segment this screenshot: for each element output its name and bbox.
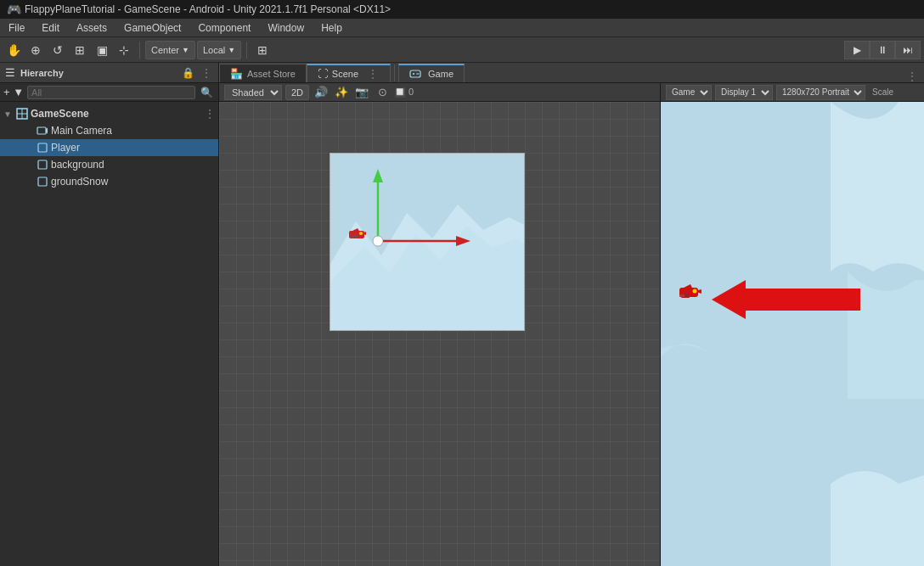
move-tool-button[interactable]: ⊕ — [25, 40, 46, 60]
hierarchy-icon: ☰ — [5, 66, 15, 79]
gamescene-menu[interactable]: ⋮ — [205, 108, 218, 120]
hierarchy-search-button[interactable]: 🔍 — [199, 87, 215, 98]
gamescene-label: GameScene — [31, 108, 89, 120]
rect-tool-button[interactable]: ▣ — [92, 40, 112, 60]
svg-marker-23 — [373, 169, 383, 182]
player-go-icon — [37, 142, 48, 154]
scene-game-split: Shaded 2D 🔊 ✨ 📷 ⊙ 🔲 0 — [219, 83, 924, 566]
unity-icon: 🎮 — [7, 3, 21, 16]
scene-gizmos-button[interactable]: ⊙ — [374, 84, 391, 101]
hierarchy-item-background[interactable]: background — [0, 156, 218, 173]
game-tab-label: Game — [428, 69, 454, 79]
groundsnow-label: groundSnow — [51, 176, 108, 188]
maincamera-label: Main Camera — [51, 125, 112, 137]
main-toolbar: ✋ ⊕ ↺ ⊞ ▣ ⊹ Center ▼ Local ▼ ⊞ ▶ ⏸ ⏭ — [0, 37, 924, 63]
menu-window[interactable]: Window — [259, 20, 313, 36]
local-button[interactable]: Local ▼ — [197, 41, 241, 59]
scene-tab-icon: ⛶ — [318, 68, 328, 80]
gamescene-expand: ▼ — [3, 109, 14, 119]
asset-store-icon: 🏪 — [230, 68, 243, 80]
hierarchy-panel-icons: 🔒 ⋮ — [180, 67, 213, 79]
svg-rect-7 — [38, 177, 47, 186]
hierarchy-toolbar: + ▼ 🔍 — [0, 83, 218, 102]
svg-point-21 — [373, 236, 383, 246]
local-label: Local — [203, 45, 225, 55]
window-title: FlappyPlaneTutorial - GameScene - Androi… — [25, 3, 391, 15]
center-button[interactable]: Center ▼ — [145, 41, 195, 59]
menu-component[interactable]: Component — [189, 20, 259, 36]
rotate-tool-button[interactable]: ↺ — [48, 40, 68, 60]
tab-scene[interactable]: ⛶ Scene ⋮ — [307, 64, 391, 82]
layers-label: 🔲 0 — [394, 87, 414, 98]
pause-button[interactable]: ⏸ — [870, 41, 895, 59]
game-resolution-select[interactable]: 1280x720 Portrait — [776, 85, 865, 100]
scene-toolbar: Shaded 2D 🔊 ✨ 📷 ⊙ 🔲 0 — [219, 83, 660, 102]
center-dropdown-icon: ▼ — [182, 46, 189, 54]
game-toolbar: Game Display 1 1280x720 Portrait Scale — [661, 83, 924, 102]
svg-point-11 — [416, 73, 418, 75]
tab-asset-store[interactable]: 🏪 Asset Store — [219, 64, 307, 82]
svg-rect-5 — [38, 143, 47, 152]
audio-button[interactable]: 🔊 — [313, 84, 330, 101]
game-scale-label: Scale — [872, 87, 893, 97]
main-layout: ☰ Hierarchy 🔒 ⋮ + ▼ 🔍 ▼ GameScene ⋮ — [0, 63, 924, 566]
play-button[interactable]: ▶ — [844, 41, 870, 59]
2d-button[interactable]: 2D — [285, 85, 309, 100]
shading-mode-select[interactable]: Shaded — [224, 85, 282, 100]
tab-game[interactable]: Game — [398, 64, 465, 82]
svg-marker-25 — [456, 236, 470, 246]
background-go-icon — [37, 159, 48, 171]
svg-point-12 — [418, 73, 420, 75]
hierarchy-header: ☰ Hierarchy 🔒 ⋮ — [0, 63, 218, 83]
game-display-select[interactable]: Game — [666, 85, 712, 100]
center-label: Center — [151, 45, 179, 55]
svg-rect-6 — [38, 160, 47, 169]
hierarchy-lock-button[interactable]: 🔒 — [180, 67, 196, 79]
toolbar-sep-2 — [246, 42, 247, 59]
game-panel: Game Display 1 1280x720 Portrait Scale — [661, 83, 924, 566]
menu-help[interactable]: Help — [313, 20, 351, 36]
scene-canvas[interactable] — [219, 102, 660, 566]
scene-viewport — [330, 153, 525, 331]
camera-icon — [37, 125, 48, 137]
effects-button[interactable]: ✨ — [333, 84, 350, 101]
hierarchy-item-gamescene[interactable]: ▼ GameScene ⋮ — [0, 105, 218, 122]
menu-gameobject[interactable]: GameObject — [116, 20, 189, 36]
scene-tab-menu[interactable]: ⋮ — [366, 68, 380, 80]
title-bar: 🎮 FlappyPlaneTutorial - GameScene - Andr… — [0, 0, 924, 19]
hierarchy-search-input[interactable] — [27, 86, 195, 99]
menu-file[interactable]: File — [0, 20, 33, 36]
svg-rect-33 — [737, 289, 860, 311]
center-area: 🏪 Asset Store ⛶ Scene ⋮ Game ⋮ — [219, 63, 924, 566]
scene-panel: Shaded 2D 🔊 ✨ 📷 ⊙ 🔲 0 — [219, 83, 661, 566]
game-canvas[interactable] — [661, 102, 924, 566]
scene-icon — [16, 108, 28, 120]
scene-camera-button[interactable]: 📷 — [353, 84, 370, 101]
scene-tab-label: Scene — [332, 69, 358, 79]
svg-rect-3 — [37, 127, 46, 134]
svg-rect-32 — [679, 294, 685, 297]
menu-edit[interactable]: Edit — [33, 20, 68, 36]
hierarchy-panel: ☰ Hierarchy 🔒 ⋮ + ▼ 🔍 ▼ GameScene ⋮ — [0, 63, 219, 566]
hierarchy-item-player[interactable]: Player — [0, 139, 218, 156]
game-display-num-select[interactable]: Display 1 — [715, 85, 773, 100]
toolbar-sep-1 — [139, 42, 140, 59]
scene-gizmo-arrows — [330, 154, 524, 330]
step-button[interactable]: ⏭ — [895, 41, 921, 59]
snap-button[interactable]: ⊞ — [252, 40, 273, 60]
menu-assets[interactable]: Assets — [68, 20, 116, 36]
tabs-more-button[interactable]: ⋮ — [905, 70, 919, 82]
tabs-options: ⋮ — [905, 70, 924, 82]
hierarchy-add-button[interactable]: + ▼ — [3, 86, 24, 98]
hierarchy-title: Hierarchy — [20, 68, 64, 78]
player-label: Player — [51, 142, 80, 154]
transform-tool-button[interactable]: ⊹ — [114, 40, 134, 60]
svg-point-31 — [693, 289, 697, 294]
tabs-separator — [394, 64, 395, 81]
hierarchy-item-maincamera[interactable]: Main Camera — [0, 122, 218, 139]
game-icon — [409, 68, 421, 80]
hierarchy-menu-button[interactable]: ⋮ — [200, 67, 213, 79]
hierarchy-item-groundsnow[interactable]: groundSnow — [0, 173, 218, 190]
scale-tool-button[interactable]: ⊞ — [70, 40, 90, 60]
hand-tool-button[interactable]: ✋ — [3, 40, 24, 60]
